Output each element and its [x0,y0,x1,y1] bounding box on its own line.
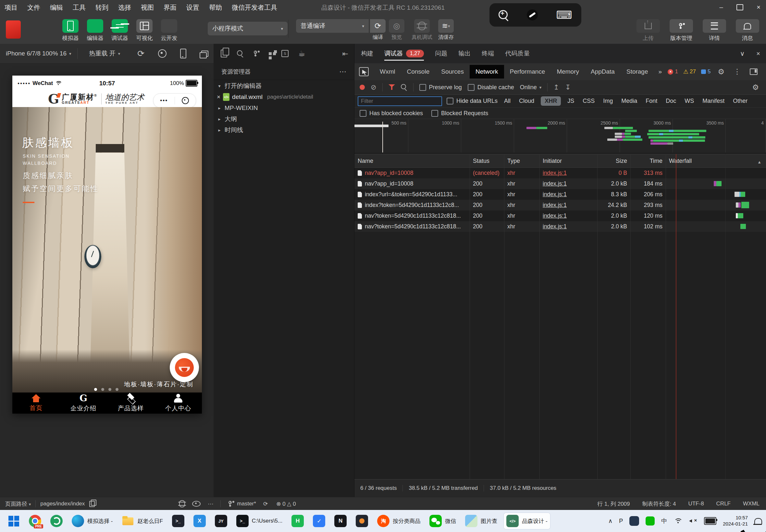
copy-icon[interactable] [89,501,95,507]
close-panel-icon[interactable]: × [756,50,760,57]
taskbar-item[interactable]: ✓ [310,513,328,529]
tree-row[interactable]: × </> detail.wxml pages\article\detail [213,91,354,103]
taskbar-item[interactable]: </> 品森设计 - [504,513,550,529]
tabbar-item[interactable]: G 企业介绍 [60,393,107,414]
carousel-dot[interactable] [108,388,111,391]
panel-tab[interactable]: 输出 [458,44,471,63]
search-icon[interactable] [237,50,243,57]
mode-button[interactable] [87,19,103,33]
files-icon[interactable] [221,50,227,57]
mode-button[interactable] [161,19,177,33]
filter-icon[interactable] [389,84,395,90]
record-icon[interactable] [158,49,166,58]
request-type-filter[interactable]: JS [565,96,576,106]
menu-item[interactable]: 转到 [95,3,108,12]
mode-button[interactable] [62,19,79,33]
snippets-icon[interactable]: S [281,50,288,57]
minimize-button[interactable]: – [717,4,725,11]
taskbar-item[interactable]: 模拟选择 - [69,513,115,529]
filter-input[interactable] [358,96,442,106]
menu-item[interactable]: 设置 [186,3,199,12]
devtools-tab[interactable]: AppData [585,65,621,79]
clear-network-icon[interactable]: ⊘ [371,83,376,91]
taskbar-item[interactable]: X [190,513,209,529]
input-method-indicator[interactable]: 中 [661,517,667,525]
menu-item[interactable]: 微信开发者工具 [232,3,277,12]
devtools-tab[interactable]: Wxml [374,65,401,79]
devtools-tab[interactable]: Console [401,65,435,79]
tree-row[interactable]: ▸ MP-WEIXIN [213,103,354,114]
statusbar-indicator[interactable]: 行 1, 列 2009 [597,500,630,508]
panel-tab[interactable]: 终端 [482,44,494,63]
extensions-icon[interactable] [269,52,272,55]
docker-whale-icon[interactable]: ☕ [298,50,305,57]
column-header[interactable]: Initiator [540,154,597,167]
disable-cache-checkbox[interactable]: Disable cache [468,84,514,91]
sort-asc-icon[interactable]: ▲ [757,160,761,164]
volume-muted-icon[interactable] [689,518,698,524]
tree-row[interactable]: ▸ 时间线 [213,125,354,136]
request-type-filter[interactable]: Cloud [517,96,536,106]
column-header[interactable]: Name [354,154,470,167]
statusbar-indicator[interactable]: UTF-8 [688,501,704,507]
network-overview[interactable]: 500 ms 1000 ms 1500 ms 2000 ms 2500 ms [354,119,766,153]
maximize-button[interactable] [736,4,743,10]
toolbar-right-button[interactable] [703,19,726,33]
request-type-filter[interactable]: Manifest [700,96,726,106]
inspect-element-icon[interactable] [359,67,369,76]
preview-button[interactable]: ◎ [389,19,405,33]
compile-mode-select[interactable]: 普通编译 ▾ [296,19,369,33]
panel-tab[interactable]: 构建 [361,44,373,63]
collapse-icon[interactable]: ∨ [740,50,745,57]
page-path-value[interactable]: pages/index/index [40,501,85,507]
customer-service-fab[interactable] [170,353,199,382]
request-initiator[interactable]: index.js:1 [543,191,567,198]
taskbar-item[interactable]: 淘 按分类商品 [374,513,423,529]
more-actions-icon[interactable]: ⋯ [339,67,346,76]
capsule-close-button[interactable] [175,97,196,104]
toolbar-right-button[interactable] [637,19,660,33]
taskbar-item[interactable]: 图片查 [462,513,500,529]
taskbar-item[interactable]: N [331,513,349,529]
carousel-dot[interactable] [94,388,97,391]
table-row[interactable]: nav?token=5d4290c1d1133c12c818... 200 xh… [354,211,766,221]
table-row[interactable]: nav?app_id=10008 200 xhr index.js:1 2.0 … [354,178,766,189]
devtools-tab[interactable]: Storage [621,65,654,79]
request-type-filter[interactable]: Media [619,96,639,106]
keyboard-icon[interactable]: ⌨ [556,9,572,20]
column-header[interactable]: Waterfall [666,154,763,167]
taskbar-item[interactable]: PRE [26,513,44,529]
taskbar-item[interactable] [47,513,66,529]
menu-item[interactable]: 视图 [141,3,154,12]
request-initiator[interactable]: index.js:1 [543,202,567,209]
device-debug-button[interactable] [414,19,430,33]
blocked-requests-checkbox[interactable]: Blocked Requests [432,110,488,117]
eye-icon[interactable] [192,501,201,507]
error-count-icon[interactable]: × [668,69,673,75]
column-header[interactable]: Status [470,154,504,167]
menu-item[interactable]: 界面 [164,3,176,12]
column-header[interactable]: Type [504,154,540,167]
panel-tab[interactable]: 调试器 1,27 [384,44,424,63]
menu-item[interactable]: 编辑 [50,3,63,12]
tabbar-item[interactable]: 个人中心 [154,393,202,414]
tree-row[interactable]: ▾ 打开的编辑器 [213,80,354,91]
request-type-filter[interactable]: CSS [581,96,597,106]
tray-wechat-icon[interactable] [646,516,655,526]
tray-pen-icon[interactable]: P [619,518,623,525]
bug-icon[interactable] [179,500,185,507]
wifi-icon[interactable] [674,518,683,524]
column-header[interactable]: Time [630,154,666,167]
menu-item[interactable]: 文件 [27,3,40,12]
device-select[interactable]: iPhone 6/7/8 100% 16 ▾ [6,50,71,57]
devtools-tab[interactable]: Memory [551,65,585,79]
devtools-settings-icon[interactable]: ⚙ [718,67,724,76]
disconnect-icon[interactable] [527,9,538,20]
taskbar-item[interactable]: 微信 [427,513,459,529]
tabbar-item[interactable]: 产品选样 [107,393,154,414]
hero-banner[interactable]: 肤感墙板 SKIN SENSATION WALLBOARD 质感细腻亲肤 赋予空… [12,107,202,393]
request-type-filter[interactable]: XHR [541,96,561,106]
devtools-menu-icon[interactable]: ⋮ [734,67,741,76]
refresh-icon[interactable]: ⟳ [137,49,144,58]
appmode-select[interactable]: 小程序模式 ▾ [208,22,287,35]
